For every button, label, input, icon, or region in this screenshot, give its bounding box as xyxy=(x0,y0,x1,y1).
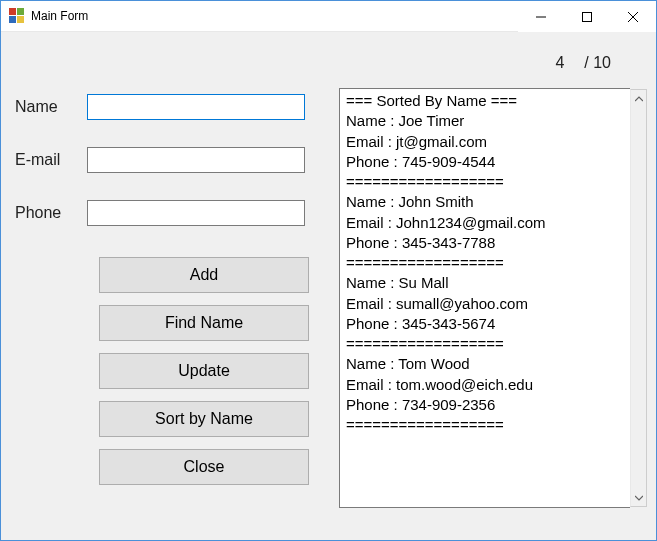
email-row: E-mail xyxy=(15,147,305,173)
name-row: Name xyxy=(15,94,305,120)
name-label: Name xyxy=(15,98,87,116)
button-stack: Add Find Name Update Sort by Name Close xyxy=(99,257,309,485)
find-name-button[interactable]: Find Name xyxy=(99,305,309,341)
close-button[interactable]: Close xyxy=(99,449,309,485)
phone-label: Phone xyxy=(15,204,87,222)
vertical-scrollbar[interactable] xyxy=(630,89,647,507)
record-counter: 4 / 10 xyxy=(555,54,611,72)
scroll-up-icon[interactable] xyxy=(631,90,646,107)
add-button[interactable]: Add xyxy=(99,257,309,293)
name-input[interactable] xyxy=(87,94,305,120)
update-button[interactable]: Update xyxy=(99,353,309,389)
counter-total: / 10 xyxy=(584,54,611,72)
phone-row: Phone xyxy=(15,200,305,226)
svg-rect-1 xyxy=(583,12,592,21)
scroll-down-icon[interactable] xyxy=(631,489,646,506)
titlebar[interactable]: Main Form xyxy=(1,1,656,32)
window-controls xyxy=(518,1,656,31)
minimize-button[interactable] xyxy=(518,1,564,32)
sort-by-name-button[interactable]: Sort by Name xyxy=(99,401,309,437)
phone-input[interactable] xyxy=(87,200,305,226)
email-input[interactable] xyxy=(87,147,305,173)
close-window-button[interactable] xyxy=(610,1,656,32)
main-window: Main Form 4 / 10 Name E-mail Ph xyxy=(0,0,657,541)
counter-current: 4 xyxy=(555,54,564,72)
form-content: 4 / 10 Name E-mail Phone Add Find Name U… xyxy=(1,32,656,540)
maximize-button[interactable] xyxy=(564,1,610,32)
email-label: E-mail xyxy=(15,151,87,169)
output-panel: === Sorted By Name === Name : Joe Timer … xyxy=(339,88,630,508)
window-title: Main Form xyxy=(31,9,88,23)
output-text[interactable]: === Sorted By Name === Name : Joe Timer … xyxy=(346,91,630,505)
app-icon xyxy=(9,8,25,24)
